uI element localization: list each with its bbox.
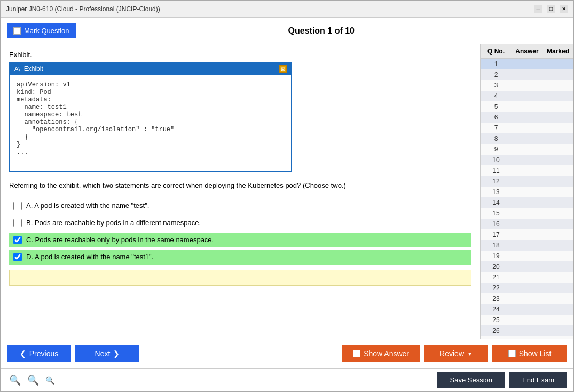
sidebar-row[interactable]: 25 <box>481 315 573 325</box>
sidebar-row[interactable]: 23 <box>481 293 573 304</box>
sidebar-cell-num: 1 <box>481 60 512 68</box>
sidebar-col-qno: Q No. <box>481 46 512 56</box>
question-area: Exhibit. A\ Exhibit ⊠ apiVersion: v1 kin… <box>1 44 480 339</box>
sidebar-cell-num: 25 <box>481 316 512 324</box>
sidebar-row[interactable]: 18 <box>481 240 573 251</box>
sidebar-scroll[interactable]: 1 2 3 4 5 6 7 8 9 10 11 <box>481 59 573 339</box>
show-answer-icon <box>353 350 360 357</box>
exhibit-label: Exhibit. <box>9 51 471 59</box>
end-exam-button[interactable]: End Exam <box>509 372 567 388</box>
sidebar-row[interactable]: 22 <box>481 283 573 293</box>
sidebar-cell-marked <box>542 294 573 303</box>
close-button[interactable]: ✕ <box>560 5 568 13</box>
option-c-checkbox[interactable] <box>13 236 22 244</box>
sidebar-cell-marked <box>542 284 573 292</box>
sidebar-cell-marked <box>542 326 573 335</box>
sidebar-cell-answer <box>512 177 542 186</box>
zoom-in-button[interactable]: 🔍 <box>43 375 57 386</box>
sidebar-cell-answer <box>512 70 542 79</box>
sidebar-cell-num: 24 <box>481 305 512 314</box>
sidebar-cell-num: 18 <box>481 241 512 250</box>
sidebar-cell-num: 21 <box>481 273 512 282</box>
sidebar-row[interactable]: 12 <box>481 176 573 187</box>
sidebar-cell-answer <box>512 209 542 218</box>
sidebar-row[interactable]: 26 <box>481 325 573 336</box>
option-a-checkbox[interactable] <box>13 202 22 210</box>
sidebar-row[interactable]: 7 <box>481 123 573 133</box>
sidebar-row[interactable]: 21 <box>481 272 573 283</box>
sidebar-col-answer: Answer <box>512 46 542 56</box>
sidebar-row[interactable]: 11 <box>481 165 573 176</box>
option-d-checkbox[interactable] <box>13 253 22 261</box>
sidebar-cell-marked <box>542 198 573 207</box>
sidebar-row[interactable]: 8 <box>481 133 573 144</box>
sidebar-cell-answer <box>512 60 542 68</box>
maximize-button[interactable]: □ <box>547 5 555 13</box>
review-button[interactable]: Review ▼ <box>424 345 488 362</box>
sidebar-cell-marked <box>542 252 573 260</box>
show-list-button[interactable]: ✓ Show List <box>492 345 567 362</box>
prev-chevron-icon <box>20 349 26 358</box>
question-text: Referring to the exhibit, which two stat… <box>9 180 471 191</box>
sidebar-row[interactable]: 5 <box>481 101 573 112</box>
sidebar-row[interactable]: 9 <box>481 144 573 155</box>
sidebar-cell-num: 12 <box>481 177 512 186</box>
sidebar-row[interactable]: 16 <box>481 219 573 229</box>
mark-question-button[interactable]: Mark Question <box>7 23 76 38</box>
sidebar-cell-marked <box>542 241 573 250</box>
previous-button[interactable]: Previous <box>7 345 71 362</box>
sidebar-row[interactable]: 3 <box>481 80 573 91</box>
sidebar-cell-answer <box>512 273 542 282</box>
show-answer-button[interactable]: Show Answer <box>342 345 420 362</box>
sidebar-row[interactable]: 13 <box>481 187 573 197</box>
sidebar-row[interactable]: 14 <box>481 197 573 208</box>
mark-icon <box>13 27 21 35</box>
sidebar-cell-marked <box>542 92 573 100</box>
bottom-bar: Previous Next Show Answer Review ▼ ✓ Sho… <box>1 339 573 368</box>
sidebar-row[interactable]: 2 <box>481 69 573 80</box>
sidebar-cell-answer <box>512 305 542 314</box>
sidebar-cell-num: 22 <box>481 284 512 292</box>
sidebar-row[interactable]: 24 <box>481 304 573 315</box>
sidebar-row[interactable]: 6 <box>481 112 573 123</box>
minimize-button[interactable]: ─ <box>534 5 542 13</box>
sidebar-row[interactable]: 10 <box>481 155 573 165</box>
sidebar-cell-answer <box>512 316 542 324</box>
sidebar-cell-num: 16 <box>481 220 512 228</box>
sidebar-cell-num: 17 <box>481 230 512 239</box>
main-content: Exhibit. A\ Exhibit ⊠ apiVersion: v1 kin… <box>1 44 573 339</box>
toolbar: Mark Question Question 1 of 10 <box>1 18 573 44</box>
save-session-button[interactable]: Save Session <box>437 372 506 388</box>
sidebar-row[interactable]: 4 <box>481 91 573 101</box>
sidebar-cell-answer <box>512 188 542 196</box>
sidebar-cell-num: 3 <box>481 81 512 90</box>
option-b-checkbox[interactable] <box>13 219 22 227</box>
sidebar-cell-num: 5 <box>481 102 512 111</box>
sidebar-row[interactable]: 15 <box>481 208 573 219</box>
sidebar-cell-answer <box>512 124 542 132</box>
sidebar-cell-marked <box>542 262 573 271</box>
zoom-reset-button[interactable]: 🔍 <box>25 373 41 387</box>
sidebar-row[interactable]: 17 <box>481 229 573 240</box>
option-c-label: C. Pods are reachable only by pods in th… <box>26 236 214 244</box>
sidebar-row[interactable]: 20 <box>481 261 573 272</box>
sidebar-cell-marked <box>542 273 573 282</box>
window-controls: ─ □ ✕ <box>534 5 568 13</box>
option-c: C. Pods are reachable only by pods in th… <box>9 233 471 247</box>
sidebar-row[interactable]: 19 <box>481 251 573 261</box>
zoom-out-button[interactable]: 🔍 <box>7 373 23 387</box>
question-title: Question 1 of 10 <box>76 26 567 36</box>
sidebar-cell-marked <box>542 60 573 68</box>
sidebar-cell-num: 8 <box>481 134 512 143</box>
sidebar-cell-answer <box>512 81 542 90</box>
sidebar-cell-marked <box>542 81 573 90</box>
answer-hint <box>9 270 471 286</box>
next-button[interactable]: Next <box>75 345 139 362</box>
sidebar-cell-answer <box>512 198 542 207</box>
option-d: D. A pod is created with the name "test1… <box>9 250 471 265</box>
exhibit-close-button[interactable]: ⊠ <box>279 65 287 73</box>
main-window: Juniper JN0-610 (Cloud - Professional (J… <box>0 0 574 392</box>
sidebar-row[interactable]: 1 <box>481 59 573 69</box>
sidebar-cell-num: 20 <box>481 262 512 271</box>
sidebar-cell-marked <box>542 124 573 132</box>
